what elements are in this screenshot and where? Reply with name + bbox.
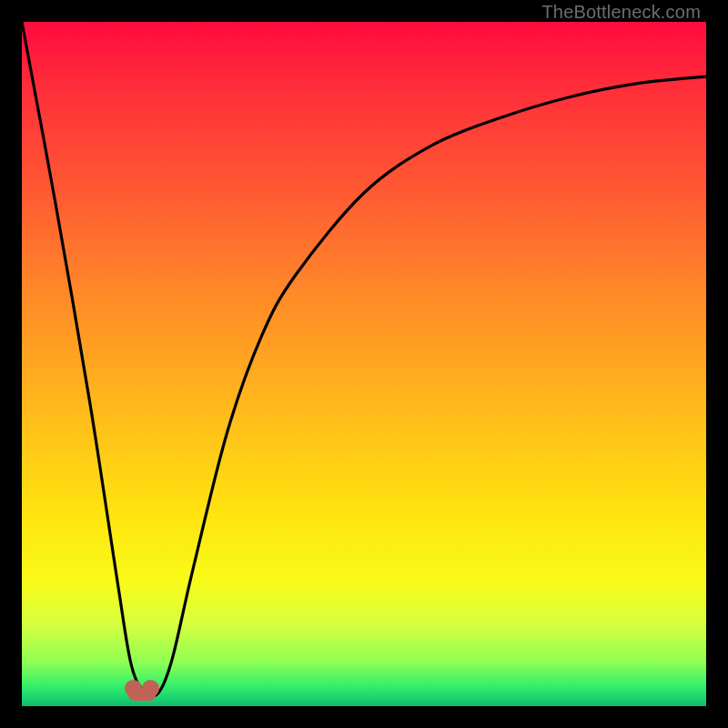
- attribution-watermark: TheBottleneck.com: [541, 2, 701, 23]
- min-marker: [125, 680, 159, 705]
- bottleneck-curve: [22, 22, 706, 706]
- min-marker-bar: [128, 688, 156, 701]
- chart-frame: [22, 22, 706, 706]
